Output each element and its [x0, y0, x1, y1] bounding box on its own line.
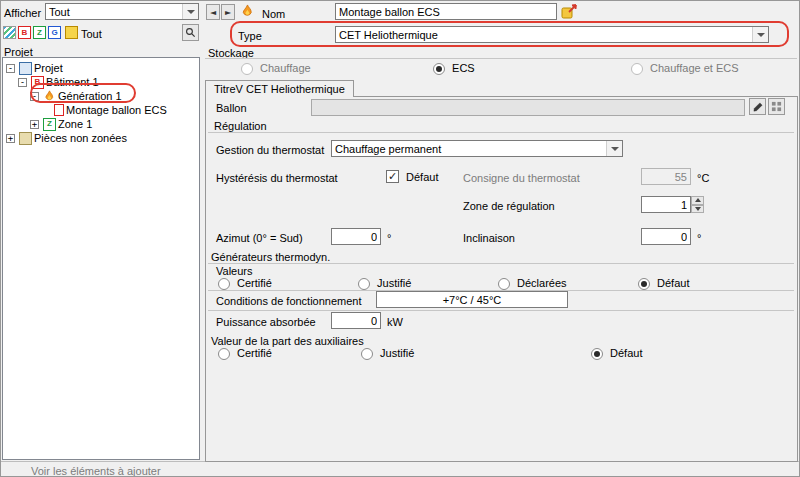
zone-regulation-label: Zone de régulation	[463, 200, 555, 212]
radio-valeurs-defaut[interactable]: Défaut	[638, 277, 689, 290]
radio-label: Justifié	[377, 277, 411, 289]
wizard-button[interactable]	[560, 2, 579, 21]
radio-icon	[631, 63, 643, 75]
tree-item-pieces[interactable]: + Pièces non zonées	[6, 131, 127, 145]
radio-label: Certifié	[237, 347, 272, 359]
tree-item-label: Bâtiment 1	[46, 76, 99, 88]
ballon-picker-button[interactable]	[768, 98, 785, 115]
filter-all-layers-icon[interactable]	[3, 26, 16, 39]
collapse-icon[interactable]: -	[6, 64, 15, 73]
radio-icon	[498, 278, 510, 290]
stockage-divider	[205, 58, 797, 59]
search-button[interactable]	[182, 24, 199, 41]
puissance-input[interactable]	[331, 312, 381, 329]
tree-item-label: Génération 1	[58, 90, 122, 102]
tree-item-projet[interactable]: - Projet	[6, 61, 63, 75]
regulation-divider	[208, 132, 794, 133]
radio-icon	[218, 348, 230, 360]
afficher-dropdown[interactable]: Tout	[45, 3, 199, 20]
filter-zone-icon[interactable]: Z	[33, 26, 46, 39]
nom-input[interactable]	[335, 3, 557, 20]
radio-stockage-chauffage[interactable]: Chauffage	[241, 62, 311, 75]
chevron-down-icon[interactable]	[606, 141, 622, 156]
radio-icon	[358, 278, 370, 290]
expand-icon[interactable]: +	[6, 134, 15, 143]
ballon-edit-button[interactable]	[749, 98, 766, 115]
checkbox-label: Défaut	[406, 171, 438, 183]
hysteresis-label: Hystérésis du thermostat	[216, 172, 338, 184]
grid-icon	[771, 101, 782, 112]
radio-icon	[591, 348, 603, 360]
nav-forward-button[interactable]: ►	[221, 4, 235, 20]
radio-stockage-chauffage-ecs[interactable]: Chauffage et ECS	[631, 62, 739, 75]
project-tree: - Projet - B Bâtiment 1 - Génération 1 M…	[2, 57, 200, 460]
azimut-input[interactable]	[331, 228, 381, 245]
collapse-icon[interactable]: -	[18, 78, 27, 87]
tree-item-batiment[interactable]: - B Bâtiment 1	[18, 75, 99, 89]
radio-icon	[433, 63, 445, 75]
radio-aux-certifie[interactable]: Certifié	[218, 347, 272, 360]
type-label: Type	[238, 30, 262, 42]
filter-groupe-icon[interactable]: G	[48, 26, 61, 39]
gestion-thermostat-dropdown[interactable]: Chauffage permanent	[331, 140, 623, 157]
nom-label: Nom	[262, 8, 285, 20]
chevron-down-icon[interactable]	[752, 27, 768, 42]
auxiliaires-label: Valeur de la part des auxiliaires	[211, 335, 364, 347]
consigne-unit: °C	[697, 172, 709, 184]
tree-item-label: Pièces non zonées	[34, 132, 127, 144]
inclinaison-input[interactable]	[641, 228, 691, 245]
tab-label: TitreV CET Heliothermique	[214, 83, 345, 95]
defaut-checkbox[interactable]: ✓ Défaut	[386, 170, 438, 183]
consigne-input[interactable]	[641, 168, 691, 185]
afficher-value: Tout	[46, 4, 182, 19]
tree-item-zone[interactable]: + Z Zone 1	[30, 117, 92, 131]
expand-icon[interactable]: +	[30, 120, 39, 129]
consigne-label: Consigne du thermostat	[463, 172, 580, 184]
zone-regulation-stepper[interactable]	[691, 196, 704, 213]
radio-icon	[361, 348, 373, 360]
type-dropdown[interactable]: CET Heliothermique	[335, 26, 769, 43]
inclinaison-unit: °	[697, 232, 701, 244]
radio-valeurs-declarees[interactable]: Déclarées	[498, 277, 567, 290]
type-value: CET Heliothermique	[336, 27, 752, 42]
application-window: Afficher Tout B Z G Tout Projet - Projet…	[0, 0, 800, 477]
spin-up-icon[interactable]	[691, 196, 704, 205]
wizard-icon	[560, 2, 579, 21]
filter-tout-icon[interactable]	[65, 26, 78, 39]
radio-label: Chauffage et ECS	[650, 62, 738, 74]
azimut-label: Azimut (0° = Sud)	[216, 232, 303, 244]
radio-aux-justifie[interactable]: Justifié	[361, 347, 414, 360]
filter-tout-label: Tout	[81, 28, 102, 40]
azimut-unit: °	[387, 232, 391, 244]
radio-label: Justifié	[380, 347, 414, 359]
tab-joint	[206, 95, 343, 97]
radio-icon	[218, 278, 230, 290]
radio-label: Défaut	[610, 347, 642, 359]
conditions-field[interactable]: +7°C / 45°C	[376, 291, 568, 308]
chevron-down-icon[interactable]	[182, 4, 198, 19]
puissance-unit: kW	[387, 316, 403, 328]
spin-down-icon[interactable]	[691, 205, 704, 214]
zone-regulation-input[interactable]	[641, 196, 691, 213]
radio-valeurs-justifie[interactable]: Justifié	[358, 277, 411, 290]
arrow-right-icon: ►	[225, 8, 231, 17]
tree-item-montage[interactable]: Montage ballon ECS	[54, 103, 167, 117]
radio-aux-defaut[interactable]: Défaut	[591, 347, 642, 360]
nav-back-button[interactable]: ◄	[206, 4, 220, 20]
ballon-field[interactable]	[311, 99, 745, 116]
tree-item-generation[interactable]: - Génération 1	[30, 89, 122, 103]
gestion-thermostat-value: Chauffage permanent	[332, 141, 606, 156]
generateurs-title: Générateurs thermodyn.	[211, 251, 330, 263]
collapse-icon[interactable]: -	[30, 92, 39, 101]
radio-valeurs-certifie[interactable]: Certifié	[218, 277, 272, 290]
radio-label: ECS	[452, 62, 475, 74]
tree-item-label: Montage ballon ECS	[66, 104, 167, 116]
tree-footer-hint: Voir les éléments à ajouter	[31, 465, 161, 477]
radio-label: Certifié	[237, 277, 272, 289]
pencil-icon	[752, 101, 764, 113]
project-icon	[19, 62, 32, 75]
filter-batiment-icon[interactable]: B	[18, 26, 31, 39]
tree-item-label: Zone 1	[58, 118, 92, 130]
puissance-label: Puissance absorbée	[216, 316, 316, 328]
radio-stockage-ecs[interactable]: ECS	[433, 62, 475, 75]
